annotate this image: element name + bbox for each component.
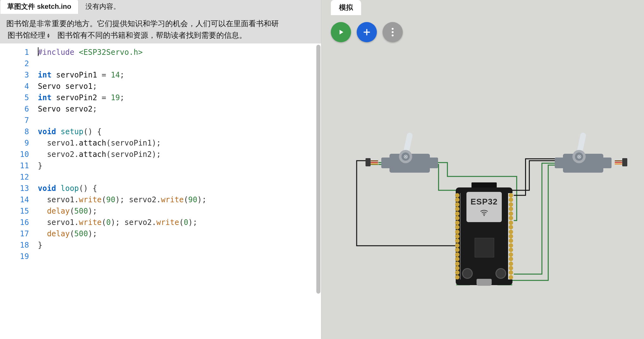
tab-empty-hint: 没有内容。 [79,0,127,14]
esp32-chip [475,238,494,257]
esp32-antenna [471,182,497,187]
board-pin[interactable] [509,234,513,238]
board-pin[interactable] [509,243,513,248]
board-pin[interactable] [509,252,513,257]
code-area[interactable]: #include <ESP32Servo.h>int servoPin1 = 1… [35,43,321,339]
code-editor[interactable]: 12345678910111213141516171819 #include <… [0,43,321,339]
tab-sketch-filename: sketch.ino [37,3,71,10]
line-number: 4 [0,81,29,92]
code-token: Servo servo1 [38,82,92,91]
board-pin[interactable] [455,234,460,238]
tab-sketch[interactable]: 草图文件 sketch.ino [0,0,79,14]
board-pin[interactable] [509,221,513,225]
code-line[interactable]: servo2.attach(servoPin2); [38,149,321,160]
board-pin[interactable] [455,230,460,234]
board-pin[interactable] [455,211,460,216]
board-pin[interactable] [455,198,460,202]
board-pin[interactable] [455,221,460,225]
simulator-pane[interactable]: 模拟 [321,0,644,339]
code-line[interactable]: void setup() { [38,126,321,137]
board-pin[interactable] [455,238,460,243]
line-number: 6 [0,103,29,115]
code-token: <ESP32Servo.h> [79,48,143,57]
description-line1: 图书馆是非常重要的地方。它们提供知识和学习的机会，人们可以在里面看书和研 [6,18,315,29]
code-token: () { [84,127,102,136]
board-pin[interactable] [509,257,513,261]
board-pin[interactable] [509,261,513,266]
code-line[interactable]: servo1.write(0); servo2.write(0); [38,217,321,228]
code-token: ( [102,195,106,204]
line-number: 8 [0,126,29,137]
board-pin[interactable] [455,207,460,211]
description-line2-rest: 图书馆有不同的书籍和资源，帮助读者找到需要的信息。 [57,29,247,41]
esp32-boot-button[interactable] [495,268,506,279]
board-pin[interactable] [509,275,513,279]
board-pin[interactable] [509,216,513,220]
board-pin[interactable] [455,252,460,257]
servo-2[interactable]: ⊗ [555,148,612,174]
description-line2: 图书馆经理 ▴▾ 图书馆有不同的书籍和资源，帮助读者找到需要的信息。 [6,29,315,41]
code-line[interactable]: int servoPin1 = 14; [38,69,321,81]
board-pin[interactable] [509,225,513,229]
code-token: ( [102,218,106,227]
code-line[interactable]: void loop() { [38,183,321,194]
code-token: ( [179,218,184,227]
code-line[interactable]: delay(500); [38,228,321,239]
board-pin[interactable] [455,243,460,248]
code-token [38,229,47,238]
board-pin[interactable] [509,238,513,243]
esp32-board[interactable]: ESP32 [456,187,512,285]
code-token: void [38,184,61,193]
board-pin[interactable] [509,211,513,216]
board-pin[interactable] [455,202,460,207]
code-line[interactable]: servo1.attach(servoPin1); [38,137,321,149]
servo-connector [366,159,378,165]
code-line[interactable] [38,58,321,69]
code-line[interactable]: } [38,160,321,171]
board-pin[interactable] [455,270,460,275]
board-pin[interactable] [455,225,460,229]
line-number: 5 [0,92,29,103]
board-pin[interactable] [509,248,513,252]
code-token: delay [47,229,70,238]
code-line[interactable]: Servo servo1; [38,81,321,92]
servo-1[interactable]: ⊗ [381,148,438,174]
code-line[interactable] [38,115,321,126]
line-number: 11 [0,160,29,171]
board-pin[interactable] [509,207,513,211]
servo-plug [366,158,371,166]
code-line[interactable]: servo1.write(90); servo2.write(90); [38,194,321,205]
editor-pane: 草图文件 sketch.ino 没有内容。 图书馆是非常重要的地方。它们提供知识… [0,0,321,339]
board-pin[interactable] [455,275,460,279]
line-number: 7 [0,115,29,126]
board-pin[interactable] [455,261,460,266]
code-line[interactable]: #include <ESP32Servo.h> [38,47,321,58]
board-pin[interactable] [455,216,460,220]
code-token: = [102,93,111,102]
board-pin[interactable] [509,198,513,202]
board-pin[interactable] [509,270,513,275]
board-pin[interactable] [509,266,513,270]
editor-scrollbar-thumb[interactable] [316,45,320,294]
code-line[interactable]: int servoPin2 = 19; [38,92,321,103]
board-pin[interactable] [455,266,460,270]
code-token: ); [88,229,97,238]
circuit-canvas[interactable]: ⊗ ⊗ [321,0,644,339]
code-line[interactable]: } [38,239,321,251]
board-pin[interactable] [455,257,460,261]
board-pin[interactable] [509,230,513,234]
line-number: 10 [0,149,29,160]
board-pin[interactable] [455,248,460,252]
code-line[interactable] [38,251,321,262]
code-token: servoPin1 [56,71,102,79]
board-pin[interactable] [509,193,513,198]
board-pin[interactable] [509,202,513,207]
board-pin[interactable] [455,193,460,198]
library-manager-select[interactable]: 图书馆经理 ▴▾ [6,29,56,41]
code-token: ; [92,82,97,91]
esp32-en-button[interactable] [462,268,473,279]
code-line[interactable] [38,171,321,183]
code-line[interactable]: Servo servo2; [38,103,321,115]
code-line[interactable]: delay(500); [38,205,321,217]
code-token: setup [61,127,83,136]
